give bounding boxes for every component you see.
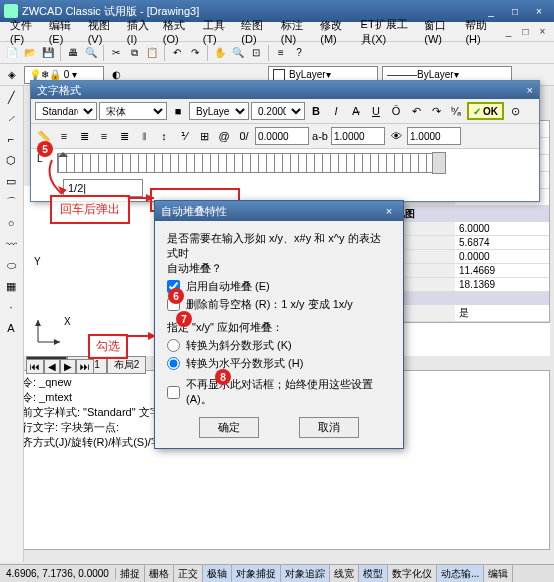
grid-toggle[interactable]: 栅格 (145, 565, 174, 582)
font-combo[interactable]: 宋体 (99, 102, 167, 120)
underline-button[interactable]: U (367, 102, 385, 120)
save-icon[interactable]: 💾 (40, 45, 56, 61)
strikeout-button[interactable]: A̶ (347, 102, 365, 120)
text-icon[interactable]: A (1, 318, 21, 338)
width-input[interactable] (407, 127, 461, 145)
paste-icon[interactable]: 📋 (144, 45, 160, 61)
nav-last[interactable]: ⏭ (76, 359, 94, 374)
color-swatch-icon[interactable]: ■ (169, 102, 187, 120)
symbol-icon[interactable]: @ (215, 127, 233, 145)
dist-icon[interactable]: ⫴ (135, 127, 153, 145)
ruler-end-marker[interactable] (432, 152, 446, 174)
options-icon[interactable]: ⊙ (506, 102, 524, 120)
open-icon[interactable]: 📂 (22, 45, 38, 61)
text-color-combo[interactable]: ByLayer (189, 102, 249, 120)
edit-toggle[interactable]: 编辑 (484, 565, 513, 582)
justify-icon[interactable]: ≣ (115, 127, 133, 145)
menu-dim[interactable]: 标注(N) (275, 16, 312, 47)
polar-toggle[interactable]: 极轴 (203, 565, 232, 582)
doc-close[interactable]: × (535, 24, 550, 40)
tracking-icon[interactable]: a-b (311, 127, 329, 145)
ok-dialog-button[interactable]: 确定 (199, 417, 259, 438)
menu-et[interactable]: ET扩展工具(X) (355, 15, 417, 49)
preview-icon[interactable]: 🔍 (83, 45, 99, 61)
nav-next[interactable]: ▶ (60, 359, 76, 374)
height-combo[interactable]: 0.2000 (251, 102, 305, 120)
autostack-close-icon[interactable]: × (381, 203, 397, 219)
xline-icon[interactable]: ⟋ (1, 108, 21, 128)
tracking-input[interactable] (331, 127, 385, 145)
zoom-ext-icon[interactable]: ⊡ (248, 45, 264, 61)
hatch-icon[interactable]: ▦ (1, 276, 21, 296)
props-icon[interactable]: ≡ (273, 45, 289, 61)
pline-icon[interactable]: ⌐ (1, 129, 21, 149)
tablet-toggle[interactable]: 数字化仪 (388, 565, 437, 582)
lwt-toggle[interactable]: 线宽 (330, 565, 359, 582)
point-icon[interactable]: · (1, 297, 21, 317)
italic-button[interactable]: I (327, 102, 345, 120)
dont-show-checkbox[interactable]: 不再显示此对话框；始终使用这些设置 (A)。 (167, 377, 391, 407)
arc-icon[interactable]: ⌒ (1, 192, 21, 212)
align-right-icon[interactable]: ≡ (95, 127, 113, 145)
nav-first[interactable]: ⏮ (26, 359, 44, 374)
snap-toggle[interactable]: 捕捉 (116, 565, 145, 582)
indent-marker[interactable] (58, 152, 68, 162)
model-toggle[interactable]: 模型 (359, 565, 388, 582)
osnap-toggle[interactable]: 对象捕捉 (232, 565, 281, 582)
menu-edit[interactable]: 编辑(E) (43, 16, 80, 47)
diagonal-radio[interactable]: 转换为斜分数形式 (K) (167, 338, 391, 353)
ok-button[interactable]: OK (467, 102, 504, 120)
remove-space-checkbox[interactable]: 删除前导空格 (R)：1 x/y 变成 1x/y (167, 297, 391, 312)
oblique-icon[interactable]: 0/ (235, 127, 253, 145)
print-icon[interactable]: 🖶 (65, 45, 81, 61)
cancel-dialog-button[interactable]: 取消 (299, 417, 359, 438)
oblique-input[interactable] (255, 127, 309, 145)
ruler[interactable] (57, 153, 437, 173)
layer-icon[interactable]: ◈ (4, 67, 20, 83)
menu-window[interactable]: 窗口(W) (418, 16, 457, 47)
text-dialog-title[interactable]: 文字格式× (31, 81, 539, 99)
menu-file[interactable]: 文件(F) (4, 16, 41, 47)
undo2-icon[interactable]: ↶ (407, 102, 425, 120)
ortho-toggle[interactable]: 正交 (174, 565, 203, 582)
rect-icon[interactable]: ▭ (1, 171, 21, 191)
horizontal-radio[interactable]: 转换为水平分数形式 (H) (167, 356, 391, 371)
menu-insert[interactable]: 插入(I) (121, 16, 155, 47)
autostack-title[interactable]: 自动堆叠特性 × (155, 201, 403, 221)
menu-modify[interactable]: 修改(M) (314, 16, 352, 47)
enable-autostack-checkbox[interactable]: 启用自动堆叠 (E) (167, 279, 391, 294)
doc-min[interactable]: _ (501, 24, 516, 40)
menu-help[interactable]: 帮助(H) (459, 16, 496, 47)
copy-icon[interactable]: ⧉ (126, 45, 142, 61)
style-combo[interactable]: Standard (35, 102, 97, 120)
dyn-toggle[interactable]: 动态输... (437, 565, 484, 582)
help-icon[interactable]: ? (291, 45, 307, 61)
redo2-icon[interactable]: ↷ (427, 102, 445, 120)
otrack-toggle[interactable]: 对象追踪 (281, 565, 330, 582)
undo-icon[interactable]: ↶ (169, 45, 185, 61)
field-icon[interactable]: ⊞ (195, 127, 213, 145)
align-left-icon[interactable]: ≡ (55, 127, 73, 145)
new-icon[interactable]: 📄 (4, 45, 20, 61)
polygon-icon[interactable]: ⬡ (1, 150, 21, 170)
menu-draw[interactable]: 绘图(D) (235, 16, 272, 47)
align-center-icon[interactable]: ≣ (75, 127, 93, 145)
numbering-icon[interactable]: ⅟ (175, 127, 193, 145)
spline-icon[interactable]: 〰 (1, 234, 21, 254)
circle-icon[interactable]: ○ (1, 213, 21, 233)
menu-tools[interactable]: 工具(T) (197, 16, 234, 47)
nav-prev[interactable]: ◀ (44, 359, 60, 374)
bold-button[interactable]: B (307, 102, 325, 120)
linespace-icon[interactable]: ↕ (155, 127, 173, 145)
line-icon[interactable]: ╱ (1, 87, 21, 107)
maximize-button[interactable]: □ (504, 3, 526, 19)
pan-icon[interactable]: ✋ (212, 45, 228, 61)
zoom-icon[interactable]: 🔍 (230, 45, 246, 61)
stack-icon[interactable]: ᵇ⁄ₐ (447, 102, 465, 120)
cut-icon[interactable]: ✂ (108, 45, 124, 61)
overline-button[interactable]: Ō (387, 102, 405, 120)
menu-format[interactable]: 格式(O) (157, 16, 195, 47)
text-dlg-close-icon[interactable]: × (527, 84, 533, 96)
ellipse-icon[interactable]: ⬭ (1, 255, 21, 275)
close-button[interactable]: × (528, 3, 550, 19)
